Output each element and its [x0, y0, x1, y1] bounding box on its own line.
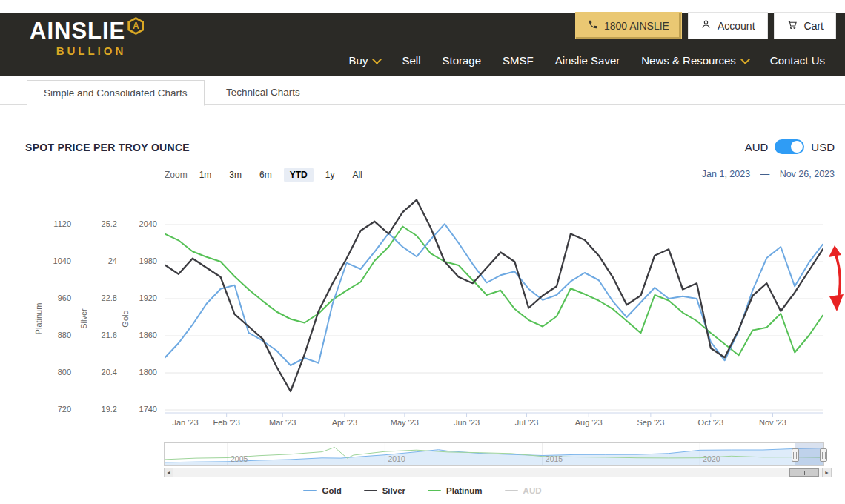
- zoom-button-1m[interactable]: 1m: [193, 168, 218, 182]
- y-tick-silver: 25.2: [73, 219, 117, 228]
- currency-label-aud[interactable]: AUD: [745, 141, 769, 153]
- navigator-year-label: 2005: [231, 454, 248, 463]
- date-range-end[interactable]: Nov 26, 2023: [780, 169, 835, 179]
- cart-button[interactable]: Cart: [774, 12, 836, 39]
- cart-icon: [786, 19, 798, 33]
- legend-item-aud[interactable]: AUD: [505, 486, 542, 495]
- main-chart[interactable]: [165, 194, 823, 417]
- legend-swatch-silver: [364, 490, 377, 491]
- date-range[interactable]: Jan 1, 2023 — Nov 26, 2023: [702, 169, 835, 179]
- scrollbar-left-arrow[interactable]: ◄: [164, 468, 173, 477]
- y-tick-platinum: 960: [27, 294, 71, 302]
- scrollbar: ◄ ►: [164, 468, 832, 477]
- account-icon: [700, 19, 712, 33]
- chart-legend: GoldSilverPlatinumAUD: [0, 486, 845, 495]
- main-nav: BuySellStorageSMSFAinslie SaverNews & Re…: [349, 54, 825, 67]
- x-axis-label: Jun '23: [446, 418, 488, 427]
- y-tick-platinum: 800: [27, 368, 71, 377]
- navigator-year-label: 2015: [546, 454, 563, 463]
- x-axis-label: Oct '23: [690, 418, 732, 427]
- y-tick-gold: 1860: [113, 331, 157, 339]
- chevron-down-icon: [373, 55, 382, 64]
- toggle-knob: [791, 141, 803, 153]
- y-tick-silver: 21.6: [73, 331, 117, 339]
- tab-technical-charts[interactable]: Technical Charts: [210, 80, 317, 104]
- navigator-year-label: 2010: [388, 454, 405, 463]
- y-tick-gold: 2040: [113, 219, 157, 228]
- x-axis-label: Feb '23: [206, 418, 248, 427]
- currency-toggle[interactable]: [775, 139, 804, 154]
- account-button[interactable]: Account: [688, 12, 768, 39]
- y-tick-platinum: 880: [27, 331, 71, 339]
- navigator-right-handle[interactable]: [820, 448, 827, 462]
- y-tick-silver: 19.2: [73, 405, 117, 414]
- scrollbar-track[interactable]: [173, 468, 822, 477]
- currency-toggle-group: AUD USD: [745, 139, 835, 154]
- zoom-label: Zoom: [165, 170, 188, 180]
- legend-item-gold[interactable]: Gold: [303, 486, 341, 495]
- logo-text: AINSLIE: [30, 19, 125, 42]
- x-axis-label: May '23: [384, 418, 425, 427]
- currency-label-usd[interactable]: USD: [811, 141, 835, 153]
- y-tick-silver: 24: [73, 256, 117, 265]
- y-tick-platinum: 720: [27, 405, 71, 414]
- zoom-controls: Zoom1m3m6mYTD1yAll: [165, 168, 368, 182]
- nav-item-sell[interactable]: Sell: [402, 54, 420, 67]
- x-axis-label: Jul '23: [506, 418, 548, 427]
- page: AINSLIE A BULLION 1800 AINSLIE Account: [0, 0, 845, 504]
- zoom-button-ytd[interactable]: YTD: [284, 168, 314, 182]
- navigator-left-handle[interactable]: [792, 448, 799, 462]
- zoom-button-1y[interactable]: 1y: [319, 168, 341, 182]
- navigator[interactable]: 2005201020152020: [164, 442, 824, 466]
- page-title: SPOT PRICE PER TROY OUNCE: [25, 142, 190, 153]
- trend-arrow-annotation: [826, 245, 845, 313]
- x-axis-label: Nov '23: [752, 418, 794, 427]
- axis-title-silver: Silver: [79, 308, 88, 329]
- series-line-silver[interactable]: [165, 200, 823, 391]
- legend-swatch-platinum: [428, 490, 441, 491]
- nav-item-news-resources[interactable]: News & Resources: [641, 54, 749, 67]
- axis-title-platinum: Platinum: [34, 303, 43, 335]
- zoom-button-3m[interactable]: 3m: [223, 168, 248, 182]
- nav-item-smsf[interactable]: SMSF: [503, 54, 534, 67]
- nav-item-ainslie-saver[interactable]: Ainslie Saver: [555, 54, 620, 67]
- x-axis-label: Apr '23: [324, 418, 365, 427]
- navigator-chart: [165, 443, 823, 465]
- brand-logo[interactable]: AINSLIE A BULLION: [30, 19, 144, 57]
- x-axis-label: Mar '23: [262, 418, 303, 427]
- nav-item-buy[interactable]: Buy: [349, 54, 381, 67]
- x-axis-label: Jan '23: [165, 418, 206, 427]
- tab-simple-consolidated-charts[interactable]: Simple and Consolidated Charts: [27, 80, 205, 106]
- legend-item-platinum[interactable]: Platinum: [428, 486, 483, 495]
- chevron-down-icon: [740, 55, 750, 64]
- zoom-button-all[interactable]: All: [346, 168, 368, 182]
- legend-swatch-aud: [505, 490, 518, 491]
- phone-icon: [588, 19, 598, 32]
- y-tick-gold: 1980: [113, 256, 157, 265]
- y-tick-silver: 22.8: [73, 294, 117, 302]
- scrollbar-right-arrow[interactable]: ►: [822, 468, 832, 477]
- x-axis-label: Sep '23: [630, 418, 672, 427]
- y-tick-gold: 1920: [113, 294, 157, 302]
- y-tick-silver: 20.4: [73, 368, 117, 377]
- logo-hexagon-icon: A: [127, 17, 144, 35]
- legend-swatch-gold: [303, 490, 317, 491]
- legend-item-silver[interactable]: Silver: [364, 486, 405, 495]
- y-tick-platinum: 1120: [27, 219, 71, 228]
- nav-item-contact-us[interactable]: Contact Us: [770, 54, 825, 67]
- y-tick-platinum: 1040: [27, 256, 71, 265]
- axis-title-gold: Gold: [121, 310, 130, 327]
- zoom-button-6m[interactable]: 6m: [254, 168, 278, 182]
- scrollbar-thumb[interactable]: [789, 468, 819, 477]
- y-tick-gold: 1740: [113, 405, 157, 414]
- phone-button[interactable]: 1800 AINSLIE: [575, 12, 682, 39]
- nav-item-storage[interactable]: Storage: [442, 54, 481, 67]
- site-header: AINSLIE A BULLION 1800 AINSLIE Account: [0, 13, 845, 76]
- x-axis-label: Aug '23: [568, 418, 609, 427]
- date-range-start[interactable]: Jan 1, 2023: [702, 169, 750, 179]
- logo-subtext: BULLION: [30, 44, 144, 57]
- navigator-year-label: 2020: [703, 454, 720, 463]
- y-tick-gold: 1800: [113, 368, 157, 377]
